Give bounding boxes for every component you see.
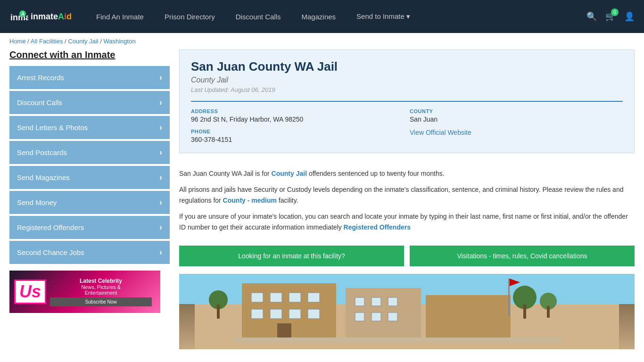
sidebar-item-send-magazines[interactable]: Send Magazines › (9, 166, 170, 189)
sidebar-item-label: Second Chance Jobs (17, 248, 84, 256)
arrow-icon: › (159, 197, 162, 207)
svg-rect-12 (308, 293, 320, 302)
facility-name: San Juan County WA Jail (191, 59, 623, 74)
facility-image (179, 274, 635, 349)
svg-rect-18 (372, 297, 381, 306)
svg-rect-29 (547, 306, 550, 318)
action-buttons: Looking for an inmate at this facility? … (179, 246, 635, 266)
desc-paragraph-3: If you are unsure of your inmate's locat… (179, 211, 635, 232)
find-inmate-button[interactable]: Looking for an inmate at this facility? (179, 246, 404, 266)
breadcrumb: Home / All Facilities / County Jail / Wa… (0, 33, 644, 49)
nav-discount-calls[interactable]: Discount Calls (225, 0, 291, 33)
county-label: COUNTY (410, 108, 623, 114)
svg-rect-10 (270, 293, 282, 302)
ad-banner[interactable]: Us Latest Celebrity News, Pictures & Ent… (9, 271, 160, 313)
facility-type: County Jail (191, 76, 623, 84)
arrow-icon: › (159, 173, 162, 182)
sidebar-item-discount-calls[interactable]: Discount Calls › (9, 91, 170, 114)
ad-logo: Us (14, 280, 46, 304)
svg-rect-9 (251, 293, 263, 302)
phone-value: 360-378-4151 (191, 136, 404, 143)
sidebar-item-label: Send Money (17, 198, 57, 206)
county-block: COUNTY San Juan (410, 108, 623, 123)
sidebar-item-label: Arrest Records (17, 74, 64, 82)
svg-rect-16 (308, 309, 320, 319)
svg-rect-8 (426, 295, 511, 340)
sidebar-item-arrest-records[interactable]: Arrest Records › (9, 66, 170, 89)
svg-rect-14 (270, 309, 282, 319)
svg-rect-27 (523, 304, 526, 319)
search-icon[interactable]: 🔍 (586, 11, 597, 22)
facility-card: San Juan County WA Jail County Jail Last… (179, 49, 635, 153)
website-block: View Official Website (410, 129, 623, 143)
county-jail-link[interactable]: County Jail (272, 170, 307, 177)
breadcrumb-washington[interactable]: Washington (103, 38, 135, 45)
desc-paragraph-2: All prisons and jails have Security or C… (179, 184, 635, 206)
logo-icon: inmate A (9, 7, 28, 26)
svg-rect-21 (372, 313, 381, 321)
sidebar-title: Connect with an Inmate (9, 49, 170, 60)
desc-paragraph-1: San Juan County WA Jail is for County Ja… (179, 168, 635, 179)
nav-magazines[interactable]: Magazines (291, 0, 347, 33)
sidebar-item-second-chance-jobs[interactable]: Second Chance Jobs › (9, 241, 170, 264)
svg-rect-20 (355, 313, 364, 321)
facility-content: San Juan County WA Jail County Jail Last… (179, 49, 635, 349)
svg-rect-30 (232, 337, 562, 342)
visitation-button[interactable]: Visitations - times, rules, Covid cancel… (410, 246, 635, 266)
facility-description: San Juan County WA Jail is for County Ja… (179, 161, 635, 246)
sidebar-item-label: Registered Offenders (17, 223, 84, 231)
cart-badge: 0 (611, 8, 619, 16)
phone-block: PHONE 360-378-4151 (191, 129, 404, 143)
sidebar-item-registered-offenders[interactable]: Registered Offenders › (9, 216, 170, 239)
sidebar-menu: Arrest Records › Discount Calls › Send L… (9, 66, 170, 264)
sidebar-item-label: Send Magazines (17, 173, 70, 181)
svg-rect-25 (217, 304, 220, 319)
ad-text: Latest Celebrity News, Pictures & Entert… (46, 278, 156, 306)
arrow-icon: › (159, 73, 162, 82)
sidebar-item-label: Send Letters & Photos (17, 123, 88, 132)
facility-building-svg (179, 274, 635, 349)
breadcrumb-all-facilities[interactable]: All Facilities (31, 38, 63, 45)
svg-rect-22 (388, 313, 397, 321)
main-content: Connect with an Inmate Arrest Records › … (0, 49, 644, 359)
ad-subscribe-button[interactable]: Subscribe Now (50, 297, 152, 306)
logo-text: inmateAid (31, 12, 72, 22)
nav-send-to-inmate[interactable]: Send to Inmate ▾ (346, 0, 421, 33)
svg-rect-19 (388, 297, 397, 306)
svg-rect-17 (355, 297, 364, 306)
cart-wrapper[interactable]: 🛒 0 (605, 11, 616, 22)
breadcrumb-home[interactable]: Home (9, 38, 26, 45)
logo[interactable]: inmate A inmateAid (9, 7, 72, 26)
official-website-link[interactable]: View Official Website (410, 129, 471, 136)
arrow-icon: › (159, 123, 162, 132)
sidebar-item-send-money[interactable]: Send Money › (9, 191, 170, 214)
main-nav: Find An Inmate Prison Directory Discount… (86, 0, 586, 33)
address-value: 96 2nd St N, Friday Harbor, WA 98250 (191, 115, 404, 123)
svg-text:A: A (21, 11, 25, 16)
svg-rect-11 (289, 293, 301, 302)
user-icon[interactable]: 👤 (624, 11, 635, 22)
sidebar: Connect with an Inmate Arrest Records › … (9, 49, 170, 349)
svg-rect-13 (251, 309, 263, 319)
arrow-icon: › (159, 98, 162, 107)
breadcrumb-county-jail[interactable]: County Jail (68, 38, 98, 45)
phone-label: PHONE (191, 129, 404, 134)
county-medium-link[interactable]: County - medium (223, 197, 277, 204)
sidebar-item-label: Send Postcards (17, 148, 67, 156)
header-icons: 🔍 🛒 0 👤 (586, 11, 635, 22)
sidebar-item-send-postcards[interactable]: Send Postcards › (9, 141, 170, 164)
nav-find-inmate[interactable]: Find An Inmate (86, 0, 154, 33)
arrow-icon: › (159, 247, 162, 257)
county-value: San Juan (410, 115, 623, 123)
sidebar-item-send-letters[interactable]: Send Letters & Photos › (9, 116, 170, 139)
nav-prison-dir[interactable]: Prison Directory (154, 0, 225, 33)
site-header: inmate A inmateAid Find An Inmate Prison… (0, 0, 644, 33)
arrow-icon: › (159, 222, 162, 232)
svg-rect-23 (277, 323, 291, 340)
facility-details: ADDRESS 96 2nd St N, Friday Harbor, WA 9… (191, 101, 623, 143)
svg-rect-31 (508, 279, 510, 316)
registered-offenders-link[interactable]: Registered Offenders (344, 223, 411, 231)
facility-last-updated: Last Updated: August 06, 2019 (191, 86, 623, 93)
address-block: ADDRESS 96 2nd St N, Friday Harbor, WA 9… (191, 108, 404, 123)
arrow-icon: › (159, 148, 162, 157)
